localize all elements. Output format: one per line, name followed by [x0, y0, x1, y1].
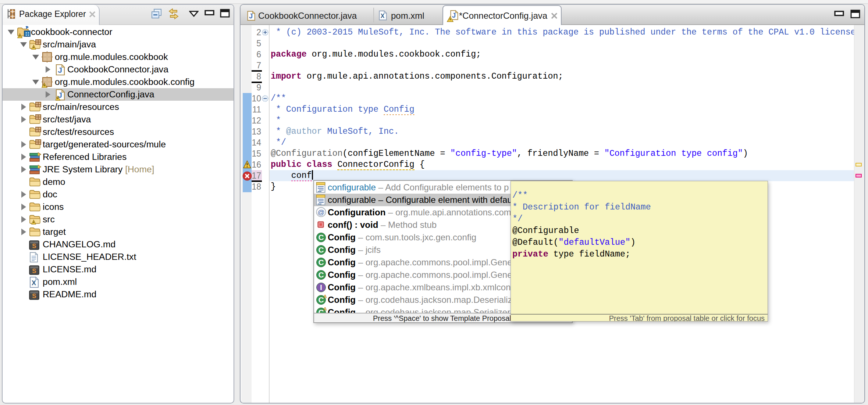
svg-text:J: J [58, 66, 62, 74]
svg-text:@: @ [317, 208, 324, 216]
svg-text:C: C [318, 258, 324, 266]
svg-text:C: C [318, 270, 324, 279]
svg-text:I: I [320, 283, 322, 291]
svg-text:A: A [323, 307, 327, 312]
svg-text:X: X [32, 279, 36, 287]
svg-text:X: X [381, 13, 385, 19]
svg-text:S: S [32, 243, 36, 250]
svg-text:C: C [318, 233, 324, 241]
svg-text:A: A [323, 294, 327, 299]
svg-text:S: S [32, 268, 36, 275]
svg-text:J: J [249, 12, 253, 20]
svg-text:S: S [32, 293, 36, 300]
svg-text:C: C [318, 295, 324, 304]
svg-text:C: C [318, 245, 324, 254]
